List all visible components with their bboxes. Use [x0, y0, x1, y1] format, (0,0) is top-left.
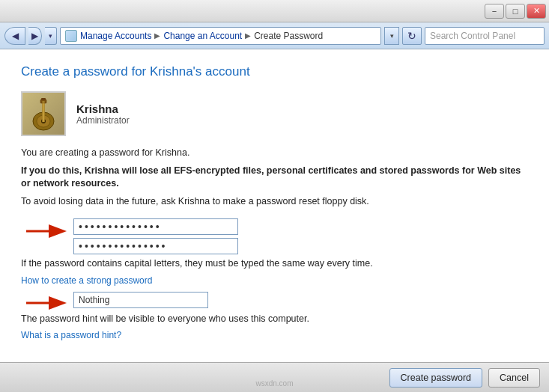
- password-section: [73, 218, 528, 254]
- breadcrumb-item-change[interactable]: Change an Account: [163, 31, 242, 41]
- user-name: Krishna: [76, 102, 130, 115]
- avatar: [21, 91, 66, 136]
- nav-dropdown-button[interactable]: ▾: [45, 27, 57, 45]
- info-text-2: If you do this, Krishna will lose all EF…: [21, 165, 528, 191]
- page-title: Create a password for Krishna's account: [21, 64, 528, 79]
- breadcrumb-sep-1: ▶: [154, 31, 160, 40]
- forward-button[interactable]: ▶: [28, 27, 42, 45]
- svg-rect-5: [41, 98, 46, 100]
- control-panel-icon: [65, 30, 77, 42]
- confirm-password-input[interactable]: [73, 238, 238, 254]
- watermark: wsxdn.com: [255, 379, 293, 388]
- create-password-button[interactable]: Create password: [389, 368, 483, 388]
- user-info: Krishna Administrator: [21, 91, 528, 136]
- caps-note: If the password contains capital letters…: [21, 257, 528, 271]
- new-password-input[interactable]: [73, 218, 238, 235]
- arrow-icon-1: [25, 223, 68, 239]
- info-text-3: To avoid losing data in the future, ask …: [21, 195, 528, 209]
- breadcrumb-item-manage[interactable]: Manage Accounts: [80, 31, 151, 41]
- close-button[interactable]: ✕: [527, 4, 546, 19]
- breadcrumb-sep-2: ▶: [245, 31, 251, 40]
- minimize-button[interactable]: −: [485, 4, 504, 19]
- search-box[interactable]: Search Control Panel: [425, 27, 545, 45]
- search-placeholder: Search Control Panel: [430, 31, 515, 41]
- main-content: Create a password for Krishna's account …: [0, 49, 549, 362]
- hint-section: [73, 292, 528, 308]
- breadcrumb-item-create: Create Password: [254, 31, 323, 41]
- hint-input[interactable]: [73, 292, 208, 308]
- strong-password-link[interactable]: How to create a strong password: [21, 275, 528, 286]
- guitar-icon: [27, 95, 60, 132]
- info-text-1: You are creating a password for Krishna.: [21, 147, 528, 160]
- user-role: Administrator: [76, 115, 130, 126]
- refresh-button[interactable]: ↻: [402, 27, 422, 45]
- maximize-button[interactable]: □: [506, 4, 525, 19]
- new-password-section: [73, 218, 528, 254]
- title-bar: − □ ✕: [0, 0, 549, 22]
- bottom-bar: Create password Cancel: [0, 362, 549, 392]
- user-details: Krishna Administrator: [76, 102, 130, 126]
- cancel-button[interactable]: Cancel: [488, 368, 540, 388]
- address-bar: ◀ ▶ ▾ Manage Accounts ▶ Change an Accoun…: [0, 22, 549, 49]
- breadcrumb-dropdown-button[interactable]: ▾: [384, 27, 399, 45]
- back-button[interactable]: ◀: [4, 27, 25, 45]
- hint-note: The password hint will be visible to eve…: [21, 313, 528, 326]
- hint-link[interactable]: What is a password hint?: [21, 330, 528, 340]
- breadcrumb: Manage Accounts ▶ Change an Account ▶ Cr…: [60, 27, 381, 45]
- arrow-icon-2: [25, 295, 68, 311]
